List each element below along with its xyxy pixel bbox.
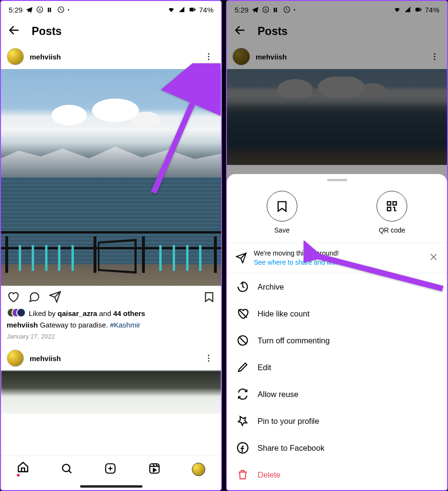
heart-off-icon [236, 307, 249, 320]
screenshot-left: 5:29 B • 74% Posts mehviish [0, 0, 222, 491]
liked-by-user: qaisar_azra [58, 309, 97, 317]
caption-username[interactable]: mehviish [7, 321, 38, 329]
post2-username[interactable]: mehviish [30, 354, 202, 362]
sheet-item-label: Archive [258, 282, 284, 292]
facebook-icon [236, 442, 249, 454]
bottom-nav [1, 456, 221, 482]
svg-point-12 [208, 358, 210, 359]
avatar[interactable] [7, 350, 24, 367]
share-button[interactable] [49, 291, 61, 305]
bookmark-icon [203, 291, 215, 303]
options-sheet: Save QR code We're moving things around!… [227, 174, 447, 490]
svg-text:B: B [39, 8, 41, 12]
sheet-item-label: Pin to your profile [258, 417, 319, 426]
phone-circle-icon [57, 6, 65, 13]
nav-home[interactable] [17, 461, 29, 478]
main-content: 5:29 B • 74% Posts mehviish [1, 1, 221, 490]
sheet-item-label: Edit [258, 363, 271, 372]
nav-profile[interactable] [192, 463, 205, 476]
sheet-item-label: Hide like count [258, 309, 309, 318]
svg-rect-7 [190, 8, 193, 11]
liked-mid: and [97, 309, 113, 317]
nav-search[interactable] [60, 462, 73, 477]
sheet-info-banner: We're moving things around! See where to… [227, 243, 447, 273]
comment-off-icon [236, 334, 249, 347]
post-username[interactable]: mehviish [30, 53, 202, 61]
svg-point-14 [62, 464, 70, 471]
nav-create[interactable] [104, 462, 117, 477]
archive-icon [236, 281, 249, 293]
post-more-button[interactable] [202, 52, 215, 61]
svg-rect-30 [393, 202, 397, 205]
post2-header: mehviish [1, 346, 221, 371]
save-action[interactable]: Save [267, 191, 297, 234]
post2-image[interactable] [1, 371, 221, 414]
caption-hashtag[interactable]: #Kashmir [110, 321, 140, 329]
sheet-item-allow-reuse[interactable]: Allow reuse [227, 381, 447, 408]
sheet-item-archive[interactable]: Archive [227, 273, 447, 300]
qr-action[interactable]: QR code [377, 191, 407, 234]
wifi-icon [167, 6, 175, 13]
sheet-drag-handle[interactable] [327, 179, 347, 181]
home-indicator [1, 482, 221, 490]
sheet-list: Archive Hide like count Turn off comment… [227, 273, 447, 488]
plus-square-icon [104, 462, 117, 475]
send-icon [236, 252, 247, 264]
bookmark-button[interactable] [203, 291, 215, 305]
app-header: Posts [1, 18, 221, 44]
svg-point-9 [208, 56, 210, 58]
sheet-item-turn-off-commenting[interactable]: Turn off commenting [227, 327, 447, 354]
post-image[interactable] [1, 69, 221, 286]
svg-rect-3 [50, 8, 51, 12]
edit-icon [236, 361, 249, 374]
svg-rect-6 [195, 9, 195, 11]
like-button[interactable] [7, 291, 19, 305]
bars-icon [47, 6, 54, 13]
back-button[interactable] [8, 24, 20, 38]
screenshot-right: 5:29 B • 74% Posts mehviish [226, 0, 448, 491]
save-label: Save [274, 226, 290, 234]
nav-reels[interactable] [148, 462, 161, 477]
sheet-item-edit[interactable]: Edit [227, 354, 447, 381]
search-icon [60, 462, 73, 475]
qr-label: QR code [379, 226, 405, 234]
liked-prefix: Liked by [29, 309, 58, 317]
bookmark-icon [275, 199, 289, 213]
sheet-top-actions: Save QR code [227, 188, 447, 243]
liked-others: 44 others [113, 309, 145, 317]
pin-icon [236, 415, 249, 427]
info-link[interactable]: See where to share and link [254, 258, 339, 267]
arrow-left-icon [8, 24, 20, 36]
svg-rect-16 [150, 464, 159, 473]
reuse-icon [236, 388, 249, 400]
svg-point-10 [208, 58, 210, 60]
comment-button[interactable] [28, 291, 40, 305]
info-close-button[interactable] [428, 251, 439, 265]
more-vertical-icon [204, 353, 213, 363]
avatar[interactable] [7, 48, 24, 65]
sheet-item-label: Allow reuse [258, 390, 298, 399]
status-bar: 5:29 B • 74% [1, 1, 221, 18]
post-caption: mehviish Gateway to paradise. #Kashmir [1, 320, 221, 332]
more-vertical-icon [204, 52, 213, 61]
profile-avatar-icon [192, 463, 205, 476]
caption-text: Gateway to paradise. [38, 321, 110, 329]
page-title: Posts [32, 25, 62, 38]
status-battery: 74% [199, 6, 213, 14]
sheet-item-delete[interactable]: Delete [227, 461, 447, 488]
sheet-item-hide-likes[interactable]: Hide like count [227, 300, 447, 327]
post-date: January 27, 2022 [1, 332, 221, 346]
liker-avatars [7, 308, 26, 318]
post2-more-button[interactable] [202, 353, 215, 363]
sheet-item-pin[interactable]: Pin to your profile [227, 408, 447, 434]
post-header: mehviish [1, 44, 221, 69]
close-icon [428, 251, 439, 263]
comment-icon [28, 291, 40, 303]
reels-icon [148, 462, 161, 475]
send-icon [49, 291, 61, 303]
sheet-item-share-facebook[interactable]: Share to Facebook [227, 434, 447, 461]
status-time: 5:29 [9, 6, 23, 14]
svg-rect-2 [48, 8, 49, 12]
likes-row[interactable]: Liked by qaisar_azra and 44 others [1, 308, 221, 320]
status-dot-icon: • [68, 7, 70, 12]
